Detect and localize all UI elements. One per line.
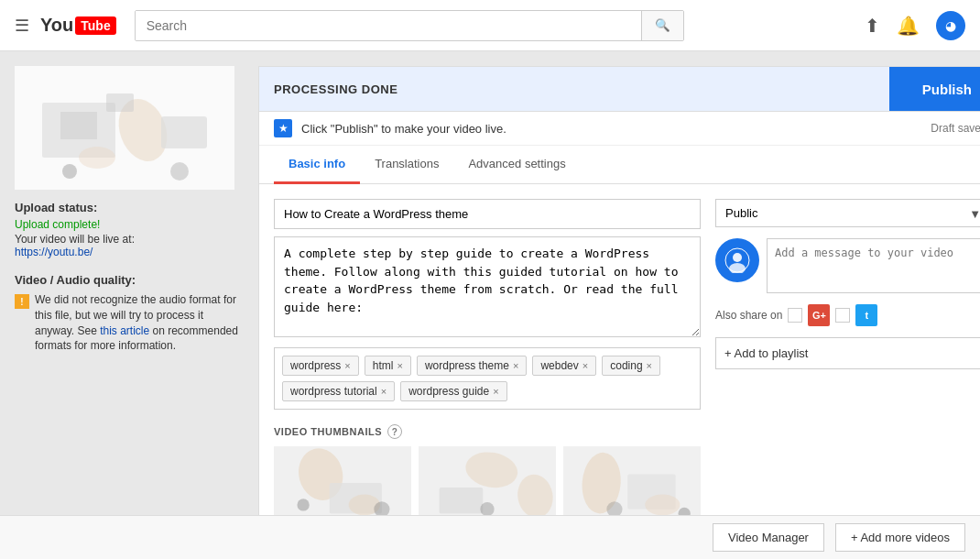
quality-link[interactable]: this article (100, 324, 149, 337)
tags-container: wordpress × html × wordpress theme × web… (274, 347, 701, 410)
hamburger-menu-icon[interactable]: ☰ (15, 16, 29, 36)
also-share-label: Also share on (715, 309, 782, 322)
svg-point-28 (733, 253, 742, 262)
thumbnail-row (274, 446, 701, 524)
tag-remove-wordpress[interactable]: × (344, 360, 350, 371)
draft-saved: Draft saved. (931, 122, 980, 135)
left-sidebar: Upload status: Upload complete! Your vid… (15, 66, 244, 540)
bottom-bar: Video Manager + Add more videos (0, 515, 980, 554)
nav-icons: ⬆ 🔔 ◕ (865, 11, 965, 40)
tag-wordpress-theme: wordpress theme × (417, 356, 527, 376)
upload-live-text: Your video will be live at: https://yout… (15, 233, 244, 258)
thumbnail-3[interactable] (563, 446, 701, 524)
youtube-logo: YouTube (40, 15, 116, 36)
warning-icon: ! (15, 294, 29, 309)
svg-point-6 (79, 147, 115, 169)
tag-remove-wordpress-tutorial[interactable]: × (381, 386, 387, 397)
publish-button[interactable]: Publish (889, 67, 980, 111)
search-button[interactable]: 🔍 (641, 11, 683, 40)
tag-wordpress-tutorial: wordpress tutorial × (282, 381, 395, 401)
channel-icon (715, 238, 759, 282)
svg-rect-18 (440, 488, 484, 514)
upload-link[interactable]: https://youtu.be/ (15, 246, 93, 258)
thumbnails-label: VIDEO THUMBNAILS (274, 426, 382, 437)
tab-translations[interactable]: Translations (360, 146, 453, 184)
tag-label: coding (610, 359, 642, 372)
tag-label: wordpress (290, 359, 341, 372)
svg-point-24 (645, 495, 680, 516)
visibility-select-wrapper: Public Unlisted Private ▼ (715, 199, 980, 227)
quality-text: We did not recognize the audio format fo… (35, 292, 244, 354)
processing-banner: PROCESSING DONE Publish (259, 67, 980, 112)
user-avatar[interactable]: ◕ (936, 11, 965, 40)
svg-rect-5 (161, 116, 207, 148)
video-manager-button[interactable]: Video Manager (713, 523, 824, 552)
main-area: Upload status: Upload complete! Your vid… (0, 51, 980, 554)
search-bar: 🔍 (135, 10, 684, 41)
tag-remove-wordpress-theme[interactable]: × (513, 360, 518, 371)
message-area (715, 238, 980, 293)
twitter-icon[interactable]: t (855, 304, 877, 326)
message-input[interactable] (767, 238, 980, 293)
tag-remove-webdev[interactable]: × (583, 360, 588, 371)
svg-rect-3 (60, 112, 97, 139)
upload-status-label: Upload status: (15, 201, 244, 214)
video-thumbnail-image (15, 66, 234, 190)
tab-basic-info[interactable]: Basic info (274, 146, 360, 184)
logo-you: You (40, 15, 73, 36)
main-content: PROCESSING DONE Publish ★ Click "Publish… (258, 66, 980, 540)
quality-section: Video / Audio quality: ! We did not reco… (15, 273, 244, 354)
google-plus-icon[interactable]: G+ (808, 304, 830, 326)
thumbnail-2[interactable] (419, 446, 556, 524)
visibility-select[interactable]: Public Unlisted Private (715, 199, 980, 227)
thumbnails-help-icon[interactable]: ? (387, 424, 402, 439)
tag-webdev: webdev × (532, 356, 596, 376)
tag-remove-coding[interactable]: × (647, 360, 652, 371)
publish-hint: Click "Publish" to make your video live. (301, 122, 931, 136)
form-left: A complete step by step guide to create … (274, 199, 701, 524)
svg-rect-9 (106, 93, 134, 112)
processing-text: PROCESSING DONE (259, 71, 889, 107)
quality-warning: ! We did not recognize the audio format … (15, 292, 244, 354)
info-bar: ★ Click "Publish" to make your video liv… (259, 112, 980, 146)
star-icon: ★ (274, 119, 292, 137)
thumbnail-1[interactable] (274, 446, 411, 524)
add-more-videos-button[interactable]: + Add more videos (835, 523, 965, 552)
tag-label: wordpress guide (408, 385, 489, 398)
tag-html: html × (365, 356, 411, 376)
tag-wordpress-guide: wordpress guide × (400, 381, 507, 401)
avatar-icon: ◕ (945, 18, 956, 33)
top-navigation: ☰ YouTube 🔍 ⬆ 🔔 ◕ (0, 0, 980, 51)
video-preview (15, 66, 234, 190)
logo-tube: Tube (75, 16, 115, 35)
upload-status-section: Upload status: Upload complete! Your vid… (15, 201, 244, 258)
svg-point-14 (297, 499, 309, 510)
form-right: Public Unlisted Private ▼ (715, 199, 980, 524)
tag-label: html (373, 359, 394, 372)
tag-remove-wordpress-guide[interactable]: × (493, 386, 498, 397)
tag-wordpress: wordpress × (282, 356, 359, 376)
gplus-checkbox[interactable] (788, 308, 802, 323)
svg-point-7 (62, 164, 77, 179)
tabs-bar: Basic info Translations Advanced setting… (259, 146, 980, 184)
upload-icon[interactable]: ⬆ (865, 15, 880, 37)
svg-point-8 (170, 162, 189, 181)
upload-live-label: Your video will be live at: (15, 233, 135, 246)
tag-label: wordpress tutorial (290, 385, 377, 398)
tag-label: wordpress theme (425, 359, 509, 372)
twitter-checkbox[interactable] (835, 308, 850, 323)
search-input[interactable] (136, 11, 641, 40)
video-title-input[interactable] (274, 199, 701, 229)
tab-advanced-settings[interactable]: Advanced settings (453, 146, 580, 184)
thumbnails-header: VIDEO THUMBNAILS ? (274, 424, 701, 439)
quality-label: Video / Audio quality: (15, 273, 244, 287)
search-icon: 🔍 (655, 18, 670, 32)
video-description-textarea[interactable]: A complete step by step guide to create … (274, 236, 701, 337)
tag-remove-html[interactable]: × (397, 360, 402, 371)
form-area: A complete step by step guide to create … (259, 184, 980, 539)
upload-complete-text: Upload complete! (15, 218, 244, 231)
thumbnails-section: VIDEO THUMBNAILS ? (274, 424, 701, 524)
also-share-section: Also share on G+ t (715, 304, 980, 326)
add-to-playlist-button[interactable]: + Add to playlist (715, 337, 980, 369)
notifications-icon[interactable]: 🔔 (897, 15, 920, 37)
